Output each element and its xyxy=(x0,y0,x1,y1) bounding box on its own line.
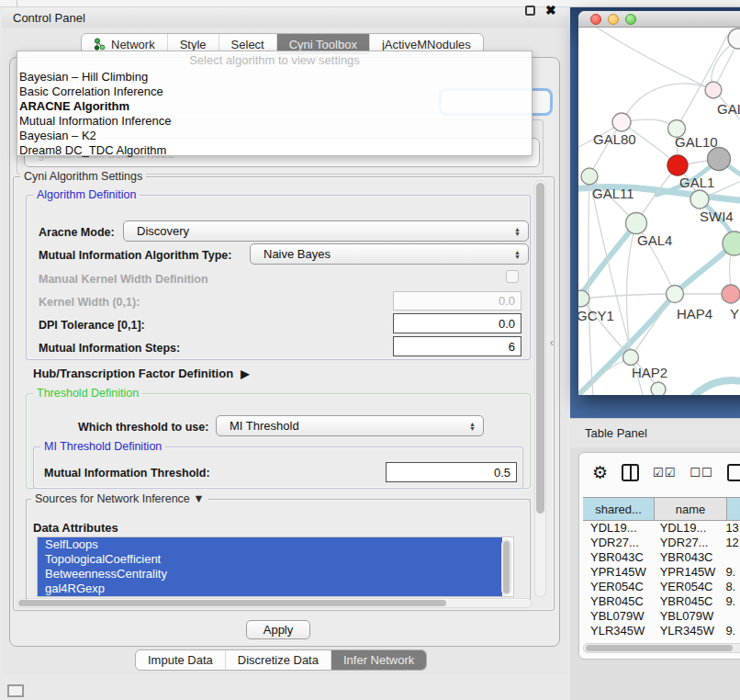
table-cell: 13 xyxy=(723,521,740,536)
network-node[interactable] xyxy=(705,82,722,98)
network-edge[interactable] xyxy=(631,294,675,357)
algorithm-option[interactable]: Bayesian – Hill Climbing xyxy=(19,70,148,85)
network-node[interactable] xyxy=(651,382,666,395)
zoom-traffic-light-icon[interactable] xyxy=(625,14,636,25)
table-row[interactable]: YBR045CYBR045C9. xyxy=(583,594,740,609)
gear-icon[interactable]: ⚙ xyxy=(592,464,608,481)
apply-button[interactable]: Apply xyxy=(246,620,310,639)
table-row[interactable]: YIL052CYIL052C9. xyxy=(583,638,740,641)
close-icon[interactable]: ✖ xyxy=(545,3,556,17)
tab-label: Network xyxy=(111,38,155,51)
network-tab-icon xyxy=(94,38,106,51)
network-node-label: GAL1 xyxy=(679,175,714,190)
network-node[interactable] xyxy=(623,350,639,366)
data-attribute-item[interactable]: TopologicalCoefficient xyxy=(38,552,502,567)
minimize-traffic-light-icon[interactable] xyxy=(608,14,619,25)
table-row[interactable]: YBL079WYBL079W xyxy=(583,609,740,624)
mi-algorithm-type-combobox[interactable]: Naive Bayes ▲▼ xyxy=(250,243,529,265)
network-edge[interactable] xyxy=(622,84,713,122)
table-horizontal-scrollbar[interactable] xyxy=(583,643,740,653)
kernel-width-value: 0.0 xyxy=(499,294,515,308)
network-node[interactable] xyxy=(690,190,709,209)
network-edge-highlighted[interactable] xyxy=(693,380,740,395)
network-node[interactable] xyxy=(581,168,598,185)
data-attributes-list[interactable]: SelfLoopsTopologicalCoefficientBetweenne… xyxy=(37,536,514,597)
network-node-label: GAL80 xyxy=(593,131,636,147)
bottom-tab-infer-network[interactable]: Infer Network xyxy=(331,650,426,670)
network-graph: GAL2GAL80GAL10GAL1GAL11SWI4GAL4GCY1HAP4Y… xyxy=(578,28,740,395)
tab-label: Cyni Toolbox xyxy=(289,38,357,51)
deselect-all-checkboxes-icon[interactable]: ☐☐ xyxy=(690,466,712,480)
table-row[interactable]: YPR145WYPR145W9. xyxy=(583,565,740,580)
data-attributes-label: Data Attributes xyxy=(33,521,118,535)
dpi-tolerance-field[interactable]: 0.0 xyxy=(393,313,521,333)
algorithm-option[interactable]: Mutual Information Inference xyxy=(19,114,171,129)
data-attribute-item[interactable]: gal4RGexp xyxy=(38,581,502,596)
network-node[interactable] xyxy=(578,290,589,307)
network-edge[interactable] xyxy=(597,28,713,90)
network-node-label: GCY1 xyxy=(578,308,614,323)
aracne-mode-combobox[interactable]: Discovery ▲▼ xyxy=(123,220,529,242)
table-cell: YDR27... xyxy=(653,536,723,550)
column-header-2[interactable]: name xyxy=(655,497,727,521)
mi-threshold-field[interactable]: 0.5 xyxy=(386,462,517,482)
mi-threshold-label: Mutual Information Threshold: xyxy=(44,467,210,480)
float-window-icon[interactable] xyxy=(525,6,535,16)
network-edge[interactable] xyxy=(581,294,675,299)
which-threshold-label: Which threshold to use: xyxy=(78,421,208,434)
table-cell: YDL19... xyxy=(653,521,723,536)
table-row[interactable]: YDL19...YDL19...13 xyxy=(583,521,740,536)
algorithm-option[interactable]: Dream8 DC_TDC Algorithm xyxy=(19,143,166,158)
close-traffic-light-icon[interactable] xyxy=(590,14,601,25)
table-panel-title: Table Panel xyxy=(585,426,647,440)
kernel-width-field[interactable]: 0.0 xyxy=(393,291,521,310)
select-all-checkboxes-icon[interactable]: ☑☑ xyxy=(653,466,676,480)
which-threshold-combobox[interactable]: MI Threshold ▲▼ xyxy=(216,415,484,436)
network-node[interactable] xyxy=(612,113,631,131)
table-row[interactable]: YDR27...YDR27...12 xyxy=(583,536,740,550)
table-cell: 12 xyxy=(723,536,740,550)
table-row[interactable]: YER054CYER054C8. xyxy=(583,580,740,594)
bottom-tab-discretize-data[interactable]: Discretize Data xyxy=(225,650,331,670)
splitter-collapse-icon[interactable]: ‹ xyxy=(550,336,554,349)
table-cell: YPR145W xyxy=(583,565,653,580)
hub-definition-expander[interactable]: Hub/Transcription Factor Definition▶ xyxy=(33,367,249,380)
network-node[interactable] xyxy=(667,155,688,175)
column-header-3[interactable]: A xyxy=(727,497,740,521)
network-node[interactable] xyxy=(626,213,647,234)
data-attribute-item[interactable]: SelfLoops xyxy=(38,537,502,552)
table-row[interactable]: YLR345WYLR345W9. xyxy=(583,624,740,638)
table-cell: YBR043C xyxy=(583,550,653,565)
table-cell: YLR345W xyxy=(653,624,723,638)
tab-label: jActiveMNodules xyxy=(382,38,471,51)
list-scrollbar[interactable] xyxy=(501,539,511,595)
table-cell: YBL079W xyxy=(583,609,653,624)
column-header-1[interactable]: shared... xyxy=(583,497,655,521)
mini-window-icon[interactable] xyxy=(7,684,24,697)
manual-kernel-width-checkbox[interactable] xyxy=(506,270,519,283)
network-node[interactable] xyxy=(723,231,740,255)
network-node-label: GAL4 xyxy=(637,232,672,248)
table-cell: 9. xyxy=(723,624,740,638)
network-node[interactable] xyxy=(722,285,740,303)
hub-definition-label: Hub/Transcription Factor Definition xyxy=(33,367,233,380)
table-card: ⚙ ☑☑ ☐☐ shared...nameA YDL19...YDL19...1… xyxy=(578,452,740,660)
algorithm-option[interactable]: Bayesian – K2 xyxy=(19,129,96,143)
table-cell: YBR043C xyxy=(653,550,723,565)
algorithm-option[interactable]: ARACNE Algorithm xyxy=(19,99,129,114)
mi-steps-value: 6 xyxy=(509,340,515,354)
network-node[interactable] xyxy=(667,286,684,303)
table-row[interactable]: YBR043CYBR043C xyxy=(583,550,740,565)
algorithm-option[interactable]: Basic Correlation Inference xyxy=(19,85,163,99)
table-cell: 9. xyxy=(723,594,740,609)
mi-steps-field[interactable]: 6 xyxy=(393,336,521,356)
settings-vertical-scrollbar[interactable] xyxy=(534,180,546,597)
threshold-definition-title: Threshold Definition xyxy=(33,387,142,400)
split-columns-icon[interactable] xyxy=(622,464,639,481)
data-attribute-item[interactable]: BetweennessCentrality xyxy=(38,567,502,581)
bottom-tab-impute-data[interactable]: Impute Data xyxy=(136,650,225,670)
network-canvas[interactable]: GAL2GAL80GAL10GAL1GAL11SWI4GAL4GCY1HAP4Y… xyxy=(578,28,740,395)
table-view-icon[interactable] xyxy=(727,464,740,481)
network-node[interactable] xyxy=(708,148,731,171)
cyni-settings-group-title: Cyni Algorithm Settings xyxy=(20,170,146,183)
